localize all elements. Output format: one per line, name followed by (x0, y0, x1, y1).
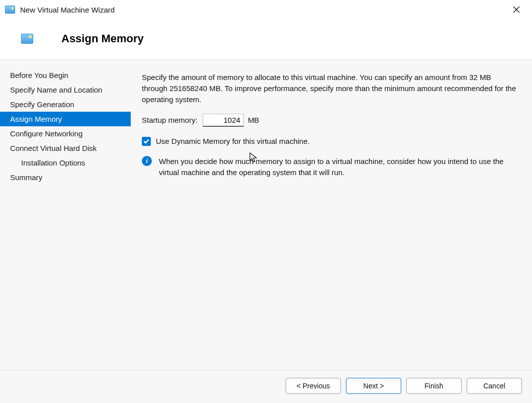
checkmark-icon (143, 139, 149, 144)
page-title: Assign Memory (61, 32, 144, 45)
footer: < Previous Next > Finish Cancel (0, 371, 532, 403)
dynamic-memory-label: Use Dynamic Memory for this virtual mach… (156, 136, 310, 147)
startup-memory-input[interactable] (203, 114, 244, 127)
next-button[interactable]: Next > (346, 378, 401, 394)
step-item-4[interactable]: Configure Networking (0, 126, 131, 141)
memory-unit: MB (248, 115, 259, 126)
cancel-button[interactable]: Cancel (467, 378, 522, 394)
info-row: i When you decide how much memory to ass… (142, 156, 517, 178)
dynamic-memory-checkbox[interactable] (142, 137, 151, 146)
memory-label: Startup memory: (142, 115, 198, 126)
info-text: When you decide how much memory to assig… (159, 156, 517, 178)
step-item-0[interactable]: Before You Begin (0, 68, 131, 83)
close-button[interactable] (505, 2, 528, 17)
step-item-5[interactable]: Connect Virtual Hard Disk (0, 141, 131, 155)
step-item-6[interactable]: Installation Options (0, 155, 131, 170)
previous-button[interactable]: < Previous (286, 378, 341, 394)
wizard-icon (21, 34, 33, 44)
header-panel: Assign Memory (0, 19, 532, 59)
title-bar: New Virtual Machine Wizard (0, 0, 532, 19)
step-item-7[interactable]: Summary (0, 170, 131, 185)
info-icon: i (142, 156, 152, 166)
close-icon (513, 6, 520, 13)
memory-row: Startup memory: MB (142, 114, 517, 127)
finish-button[interactable]: Finish (406, 378, 462, 394)
dynamic-memory-row: Use Dynamic Memory for this virtual mach… (142, 136, 517, 147)
window-title: New Virtual Machine Wizard (20, 6, 505, 14)
sidebar: Before You BeginSpecify Name and Locatio… (0, 60, 131, 370)
content-panel: Specify the amount of memory to allocate… (131, 60, 532, 370)
intro-text: Specify the amount of memory to allocate… (142, 72, 517, 105)
step-item-2[interactable]: Specify Generation (0, 97, 131, 112)
app-icon (5, 6, 15, 14)
step-item-3[interactable]: Assign Memory (0, 112, 131, 126)
body: Before You BeginSpecify Name and Locatio… (0, 60, 532, 370)
step-item-1[interactable]: Specify Name and Location (0, 83, 131, 97)
